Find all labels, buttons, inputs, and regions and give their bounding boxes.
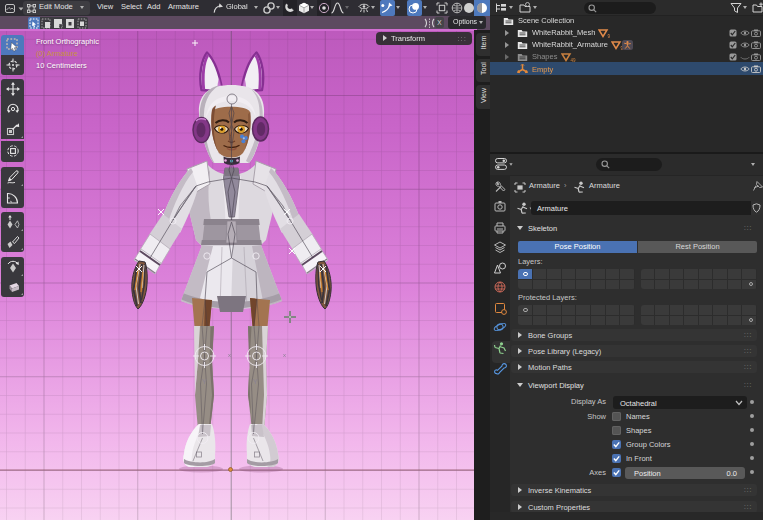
svg-text:Y: Y — [253, 378, 258, 385]
svg-text:x: x — [283, 352, 286, 358]
svg-text:Y: Y — [202, 378, 207, 385]
svg-text:9: 9 — [608, 34, 611, 38]
svg-text:x: x — [228, 352, 231, 358]
